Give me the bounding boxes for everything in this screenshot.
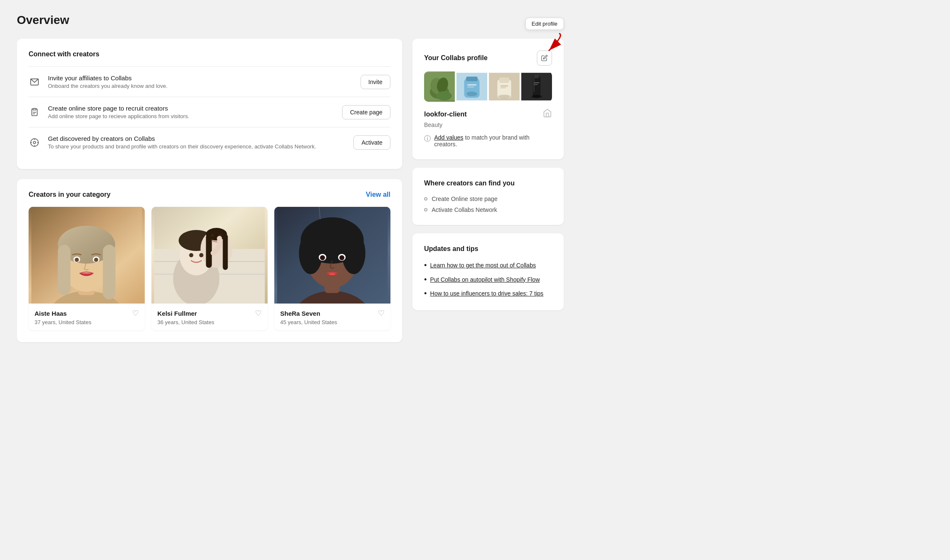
- profile-img-blue-product: [456, 71, 487, 102]
- bullet-3: •: [424, 289, 427, 298]
- svg-point-36: [199, 253, 204, 257]
- connect-create-text: Create online store page to recruit crea…: [48, 105, 334, 119]
- clipboard-icon: [29, 106, 40, 118]
- creator-name-row-2: Kelsi Fullmer ♡: [157, 309, 262, 318]
- creator-photo-shera: [274, 207, 390, 304]
- heart-icon-1[interactable]: ♡: [132, 309, 139, 318]
- connect-item-invite: Invite your affiliates to Collabs Onboar…: [29, 66, 390, 97]
- dot-icon-1: [424, 197, 427, 201]
- creator-info-2: Kelsi Fullmer ♡ 36 years, United States: [151, 304, 268, 330]
- tip-item-2: • Put Collabs on autopilot with Shopify …: [424, 275, 552, 285]
- svg-rect-80: [533, 77, 535, 92]
- connect-create-desc: Add online store page to recieve applica…: [48, 113, 334, 119]
- profile-category: Beauty: [424, 122, 552, 128]
- invite-button[interactable]: Invite: [361, 75, 390, 89]
- creator-name-1: Aiste Haas: [34, 310, 67, 317]
- where-item-1: Create Online store page: [424, 195, 552, 202]
- pencil-icon: [541, 55, 548, 61]
- creators-grid: Aiste Haas ♡ 37 years, United States: [29, 207, 390, 330]
- connect-item-activate: Get discovered by creators on Collabs To…: [29, 127, 390, 157]
- creators-category-title: Creators in your category: [29, 191, 111, 198]
- add-values-link[interactable]: Add values: [434, 134, 463, 141]
- tip-item-3: • How to use influencers to drive sales:…: [424, 289, 552, 298]
- svg-point-81: [531, 95, 542, 98]
- svg-rect-77: [534, 74, 539, 78]
- edit-profile-button[interactable]: [537, 50, 552, 66]
- creator-card-1: Aiste Haas ♡ 37 years, United States: [29, 207, 145, 330]
- creator-info-1: Aiste Haas ♡ 37 years, United States: [29, 304, 145, 330]
- creator-name-2: Kelsi Fullmer: [157, 310, 197, 317]
- bullet-1: •: [424, 261, 427, 270]
- svg-point-35: [189, 253, 194, 257]
- svg-point-23: [94, 258, 98, 262]
- connect-activate-text: Get discovered by creators on Collabs To…: [48, 135, 346, 150]
- where-item-2: Activate Collabs Network: [424, 206, 552, 213]
- heart-icon-3[interactable]: ♡: [378, 309, 385, 318]
- profile-name: lookfor-client: [424, 111, 467, 118]
- info-icon: ⓘ: [424, 135, 431, 143]
- svg-point-62: [436, 91, 452, 100]
- svg-point-68: [467, 92, 478, 96]
- connect-creators-card: Connect with creators Invite your affili…: [17, 39, 402, 169]
- view-all-link[interactable]: View all: [366, 191, 390, 198]
- svg-point-74: [498, 95, 510, 98]
- profile-img-plant: [424, 71, 455, 102]
- connect-invite-desc: Onboard the creators you already know an…: [48, 83, 353, 89]
- collabs-profile-header: Your Collabs profile: [424, 50, 552, 66]
- svg-rect-18: [58, 245, 71, 295]
- svg-rect-34: [223, 234, 228, 270]
- page-title: Overview: [17, 13, 933, 27]
- left-column: Connect with creators Invite your affili…: [17, 39, 402, 342]
- connect-invite-text: Invite your affiliates to Collabs Onboar…: [48, 74, 353, 89]
- envelope-icon: [29, 76, 40, 88]
- svg-rect-4: [33, 108, 36, 110]
- tip-link-2[interactable]: Put Collabs on autopilot with Shopify Fl…: [430, 275, 540, 284]
- where-creators-card: Where creators can find you Create Onlin…: [412, 168, 564, 225]
- main-layout: Connect with creators Invite your affili…: [17, 39, 564, 342]
- dot-icon-2: [424, 208, 427, 211]
- connect-creators-title: Connect with creators: [29, 50, 390, 58]
- tips-list: • Learn how to get the most out of Colla…: [424, 261, 552, 298]
- svg-point-49: [320, 255, 325, 260]
- updates-tips-card: Updates and tips • Learn how to get the …: [412, 233, 564, 310]
- svg-point-55: [329, 273, 336, 275]
- svg-rect-65: [466, 77, 478, 81]
- creator-name-row-3: SheRa Seven ♡: [280, 309, 385, 318]
- svg-point-22: [75, 258, 79, 262]
- svg-rect-71: [499, 77, 509, 83]
- collabs-profile-card: Edit profile Your Collabs profile: [412, 39, 564, 159]
- connect-item-create-page: Create online store page to recruit crea…: [29, 97, 390, 127]
- profile-images-row: [424, 71, 552, 102]
- creator-name-3: SheRa Seven: [280, 310, 320, 317]
- connect-activate-desc: To share your products and brand profile…: [48, 143, 346, 150]
- connect-activate-title: Get discovered by creators on Collabs: [48, 135, 346, 142]
- svg-point-50: [340, 255, 345, 260]
- where-item-1-label: Create Online store page: [432, 195, 497, 202]
- discover-icon: [29, 137, 40, 148]
- svg-rect-19: [103, 245, 116, 299]
- creators-category-card: Creators in your category View all: [17, 179, 402, 342]
- creator-photo-aiste: [29, 207, 145, 304]
- bullet-2: •: [424, 275, 427, 285]
- tip-link-3[interactable]: How to use influencers to drive sales: 7…: [430, 289, 543, 298]
- tip-link-1[interactable]: Learn how to get the most out of Collabs: [430, 261, 536, 270]
- creator-card-2: Kelsi Fullmer ♡ 36 years, United States: [151, 207, 268, 330]
- tip-item-1: • Learn how to get the most out of Colla…: [424, 261, 552, 270]
- updates-tips-title: Updates and tips: [424, 245, 552, 253]
- svg-rect-66: [467, 85, 477, 86]
- svg-point-8: [33, 141, 36, 144]
- connect-invite-title: Invite your affiliates to Collabs: [48, 74, 353, 82]
- creator-meta-3: 45 years, United States: [280, 319, 385, 325]
- heart-icon-2[interactable]: ♡: [255, 309, 262, 318]
- creator-name-row-1: Aiste Haas ♡: [34, 309, 139, 318]
- svg-point-7: [31, 138, 38, 146]
- creator-meta-1: 37 years, United States: [34, 319, 139, 325]
- add-values-row: ⓘ Add values to match your brand with cr…: [424, 134, 552, 148]
- activate-button[interactable]: Activate: [353, 135, 390, 150]
- profile-img-cream-product: [489, 71, 520, 102]
- svg-rect-72: [500, 85, 508, 86]
- where-item-2-label: Activate Collabs Network: [432, 206, 497, 213]
- svg-point-37: [211, 234, 214, 237]
- create-page-button[interactable]: Create page: [342, 105, 390, 119]
- collabs-profile-title: Your Collabs profile: [424, 54, 488, 62]
